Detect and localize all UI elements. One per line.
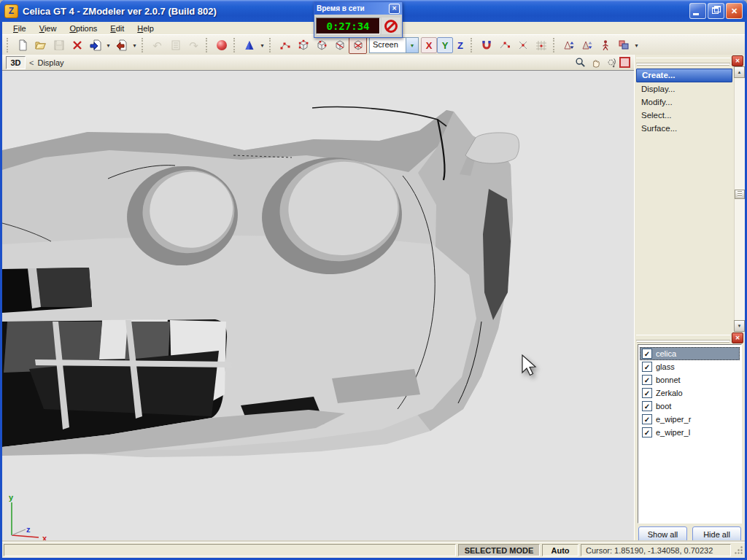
- edges-mode-button[interactable]: [294, 36, 312, 54]
- snap-magnet-button[interactable]: [477, 36, 495, 54]
- status-message-area: [4, 544, 456, 556]
- toolbar-grip[interactable]: [269, 38, 273, 52]
- commands-panel-close-button[interactable]: ✕: [732, 55, 743, 66]
- timer-stop-button[interactable]: [382, 18, 400, 34]
- level-down-button[interactable]: [578, 36, 596, 54]
- toolbar-grip[interactable]: [206, 38, 209, 52]
- hide-all-button[interactable]: Hide all: [692, 526, 741, 542]
- import-dropdown[interactable]: ▾: [104, 37, 112, 53]
- redo-button[interactable]: ↷: [185, 36, 203, 54]
- coordinate-space-select[interactable]: Screen ▼: [369, 37, 419, 53]
- vertices-mode-button[interactable]: [276, 36, 294, 54]
- surfaces-mode-button[interactable]: [330, 36, 349, 54]
- layers-panel-close-button[interactable]: ✕: [732, 332, 743, 343]
- snap-edge-button[interactable]: [514, 36, 532, 54]
- objects-mode-button[interactable]: [349, 36, 367, 54]
- material-editor-button[interactable]: [212, 36, 231, 54]
- polygons-mode-button[interactable]: [312, 36, 330, 54]
- checkbox-checked-icon[interactable]: ✓: [642, 388, 652, 398]
- close-button[interactable]: ✕: [726, 3, 743, 19]
- hierarchy-dropdown[interactable]: ▾: [632, 37, 640, 53]
- history-button[interactable]: [166, 36, 185, 54]
- toolbar-grip[interactable]: [233, 38, 237, 52]
- combo-dropdown-icon[interactable]: ▼: [406, 38, 418, 52]
- resize-grip[interactable]: [733, 544, 743, 555]
- viewport-3d-canvas[interactable]: y z x: [2, 70, 634, 545]
- export-dropdown[interactable]: ▾: [131, 37, 139, 53]
- primitive-dropdown[interactable]: ▾: [258, 37, 266, 53]
- menu-file[interactable]: File: [7, 23, 33, 34]
- list-item-zerkalo[interactable]: ✓ Zerkalo: [640, 386, 740, 400]
- breadcrumb-back-arrow[interactable]: <: [29, 58, 34, 67]
- view-mode-button[interactable]: 3D: [6, 56, 26, 69]
- right-sidebar: ✕ Create... Display... Modify... Select.…: [634, 55, 745, 545]
- timer-titlebar[interactable]: Время в сети ✕: [314, 2, 402, 15]
- new-file-button[interactable]: [13, 36, 31, 54]
- primitive-button[interactable]: [240, 36, 258, 54]
- list-item-boot[interactable]: ✓ boot: [640, 400, 740, 413]
- zoom-tool-button[interactable]: [573, 56, 587, 69]
- maximize-viewport-button[interactable]: [619, 57, 630, 68]
- toolbar-grip[interactable]: [471, 38, 474, 52]
- bones-button[interactable]: [596, 36, 614, 54]
- scroll-thumb[interactable]: [735, 190, 745, 199]
- breadcrumb[interactable]: Display: [37, 58, 63, 67]
- menu-item-modify[interactable]: Modify...: [636, 96, 732, 109]
- toolbar-grip[interactable]: [553, 38, 557, 52]
- scroll-track[interactable]: [734, 78, 745, 320]
- menu-help[interactable]: Help: [131, 23, 160, 34]
- figure-icon: [600, 39, 611, 51]
- checkbox-checked-icon[interactable]: ✓: [642, 375, 652, 385]
- checkbox-checked-icon[interactable]: ✓: [642, 362, 652, 372]
- orbit-icon: [605, 57, 616, 68]
- redo-icon: ↷: [189, 40, 198, 51]
- status-auto[interactable]: Auto: [542, 544, 578, 556]
- checkbox-checked-icon[interactable]: ✓: [642, 401, 652, 411]
- object-label: e_wiper_r: [656, 415, 691, 424]
- open-file-button[interactable]: [31, 36, 50, 54]
- viewport-column: 3D < Display: [2, 55, 634, 545]
- list-item-glass[interactable]: ✓ glass: [640, 360, 740, 373]
- export-button[interactable]: [112, 36, 131, 54]
- list-item-e-wiper-l[interactable]: ✓ e_wiper_l: [640, 426, 740, 439]
- hierarchy-button[interactable]: [614, 36, 632, 54]
- list-item-e-wiper-r[interactable]: ✓ e_wiper_r: [640, 413, 740, 426]
- orbit-tool-button[interactable]: [604, 56, 617, 69]
- pan-tool-button[interactable]: [589, 56, 602, 69]
- panel-grip[interactable]: [636, 335, 730, 341]
- menu-item-select[interactable]: Select...: [636, 109, 732, 122]
- menu-item-surface[interactable]: Surface...: [636, 122, 732, 135]
- toolbar-grip[interactable]: [142, 38, 145, 52]
- timer-close-button[interactable]: ✕: [389, 4, 400, 14]
- panel-grip[interactable]: [636, 58, 730, 63]
- axis-x-toggle[interactable]: X: [421, 37, 437, 53]
- save-button[interactable]: [50, 36, 68, 54]
- restore-button[interactable]: [708, 3, 724, 19]
- undo-button[interactable]: ↶: [148, 36, 166, 54]
- new-file-icon: [17, 39, 28, 51]
- level-up-button[interactable]: [560, 36, 578, 54]
- minimize-button[interactable]: [689, 3, 706, 19]
- checkbox-checked-icon[interactable]: ✓: [642, 349, 652, 359]
- checkbox-checked-icon[interactable]: ✓: [642, 414, 652, 424]
- menu-edit[interactable]: Edit: [104, 23, 131, 34]
- show-all-button[interactable]: Show all: [638, 526, 687, 542]
- menu-item-create[interactable]: Create...: [636, 69, 732, 82]
- axis-y-toggle[interactable]: Y: [437, 37, 453, 53]
- list-item-bonnet[interactable]: ✓ bonnet: [640, 373, 740, 386]
- menu-options[interactable]: Options: [63, 23, 104, 34]
- axis-z-toggle[interactable]: Z: [453, 38, 468, 52]
- checkbox-checked-icon[interactable]: ✓: [642, 427, 652, 438]
- scroll-up-button[interactable]: ▲: [734, 66, 745, 78]
- snap-vertex-button[interactable]: [495, 36, 514, 54]
- menu-item-display[interactable]: Display...: [636, 83, 732, 96]
- import-button[interactable]: [86, 36, 104, 54]
- list-item-celica[interactable]: ✓ celica: [640, 347, 740, 360]
- scroll-down-button[interactable]: ▼: [734, 320, 745, 332]
- level-down-icon: [581, 39, 593, 51]
- delete-button[interactable]: [68, 36, 86, 54]
- snap-grid-button[interactable]: [532, 36, 550, 54]
- toolbar-grip[interactable]: [7, 38, 10, 52]
- menu-view[interactable]: View: [33, 23, 63, 34]
- axis-gizmo: y z x: [9, 493, 47, 542]
